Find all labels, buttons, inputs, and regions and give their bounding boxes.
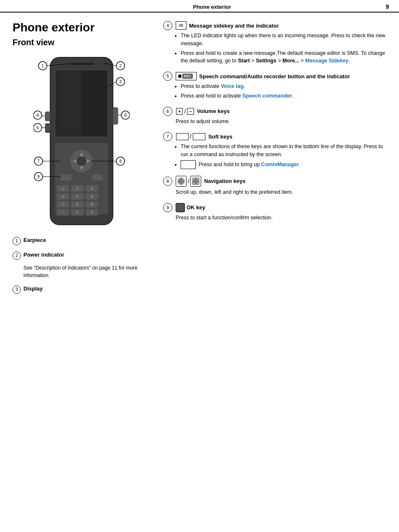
nav-icon-1 xyxy=(176,176,187,187)
item-8-title: Navigation keys xyxy=(204,178,246,184)
item-9-header: 9 OK key xyxy=(163,203,386,212)
phone-illustration: 1 2 3 4 5 6 7 8 9 * 0 # xyxy=(13,53,151,229)
item-5-title: Speech command/Audio recorder button and… xyxy=(199,73,350,80)
item-5-bullet-1: Press to activate Voice tag. xyxy=(181,82,386,90)
svg-text:0: 0 xyxy=(77,211,79,214)
svg-text:2: 2 xyxy=(77,187,79,190)
svg-rect-40 xyxy=(113,108,118,124)
soft-key-left-icon xyxy=(176,133,189,140)
svg-text:4: 4 xyxy=(62,195,64,198)
volume-plus-icon: + xyxy=(176,108,183,115)
item-6-desc: Press to adjust volume. xyxy=(176,118,386,126)
item-2: 2 Power indicator See "Description of in… xyxy=(13,251,151,279)
svg-text:6: 6 xyxy=(124,113,127,118)
svg-text:*: * xyxy=(62,211,63,214)
item-4-title: Message sidekey and the indicator xyxy=(189,23,279,29)
svg-text:7: 7 xyxy=(62,203,64,206)
item-7: 7 / Soft keys The current functions of t… xyxy=(163,132,386,169)
item-5-bullets: Press to activate Voice tag. Press and h… xyxy=(163,82,386,100)
item-5-num: 5 xyxy=(163,72,172,81)
item-8-num: 8 xyxy=(163,177,172,186)
svg-rect-78 xyxy=(177,205,183,211)
soft-key-right-icon xyxy=(193,133,205,140)
svg-text:5: 5 xyxy=(77,195,79,198)
item-7-title: Soft keys xyxy=(208,134,233,140)
item-9-desc: Press to start a function/confirm select… xyxy=(176,214,386,222)
page-header: Phone exterior 9 xyxy=(0,0,399,13)
volume-minus-icon: − xyxy=(187,108,194,115)
svg-text:8: 8 xyxy=(77,203,79,206)
item-2-num: 2 xyxy=(13,252,21,260)
item-6: 6 + / − Volume keys Press to adjust volu… xyxy=(163,107,386,126)
slash-8: / xyxy=(188,178,189,185)
svg-rect-2 xyxy=(56,71,81,136)
svg-text:3: 3 xyxy=(119,80,122,84)
ok-icon xyxy=(176,203,185,212)
item-8: 8 / xyxy=(163,176,386,196)
item-7-bullet-2: : Press and hold to bring up CommManager… xyxy=(181,160,386,169)
item-3-label: Display xyxy=(23,285,43,293)
rec-icon: REC xyxy=(176,72,197,80)
svg-rect-38 xyxy=(45,112,50,121)
svg-point-11 xyxy=(77,156,87,166)
svg-text:1: 1 xyxy=(41,64,44,68)
svg-text:4: 4 xyxy=(36,113,39,118)
item-4-num: 4 xyxy=(163,21,172,30)
item-9: 9 OK key Press to start a function/confi… xyxy=(163,203,386,222)
svg-text:9: 9 xyxy=(37,175,40,179)
item-2-desc: See "Description of indicators" on page … xyxy=(23,264,151,279)
page-number: 9 xyxy=(381,3,389,10)
item-3-num: 3 xyxy=(13,285,21,294)
item-6-title: Volume keys xyxy=(197,108,230,114)
item-9-num: 9 xyxy=(163,203,172,212)
item-4: 4 ✉ Message sidekey and the indicator Th… xyxy=(163,21,386,65)
svg-text:5: 5 xyxy=(36,126,39,130)
item-8-desc: Scroll up, down, left and right to the p… xyxy=(176,188,386,196)
item-7-bullets: The current functions of these keys are … xyxy=(163,143,386,169)
item-7-bullet-1: The current functions of these keys are … xyxy=(181,143,386,159)
svg-text:7: 7 xyxy=(37,159,40,164)
left-column: Phone exterior Front view xyxy=(0,13,159,308)
svg-rect-13 xyxy=(92,175,102,180)
svg-text:3: 3 xyxy=(91,187,93,190)
svg-rect-12 xyxy=(61,175,71,180)
main-content: Phone exterior Front view xyxy=(0,13,399,308)
svg-rect-3 xyxy=(69,62,94,65)
header-title: Phone exterior xyxy=(43,4,381,10)
section-title: Front view xyxy=(13,38,151,47)
item-2-label: Power indicator xyxy=(23,251,64,259)
right-column: 4 ✉ Message sidekey and the indicator Th… xyxy=(159,13,399,308)
slash-6: / xyxy=(184,108,186,115)
svg-text:1: 1 xyxy=(62,187,64,190)
message-icon: ✉ xyxy=(176,21,187,30)
item-8-header: 8 / xyxy=(163,176,386,187)
svg-rect-39 xyxy=(45,123,50,133)
item-9-title: OK key xyxy=(187,204,205,211)
item-4-header: 4 ✉ Message sidekey and the indicator xyxy=(163,21,386,30)
nav-icon-2 xyxy=(190,176,201,187)
item-1-label: Earpiece xyxy=(23,236,46,244)
page-title: Phone exterior xyxy=(13,21,151,34)
item-4-bullet-2: Press and hold to create a new message.T… xyxy=(181,49,386,65)
slash-7: / xyxy=(190,133,192,140)
item-6-num: 6 xyxy=(163,107,172,116)
svg-text:2: 2 xyxy=(119,64,122,68)
item-3: 3 Display xyxy=(13,285,151,294)
item-1: 1 Earpiece xyxy=(13,236,151,245)
svg-text:8: 8 xyxy=(119,159,122,164)
item-6-header: 6 + / − Volume keys xyxy=(163,107,386,116)
comm-mgr-icon xyxy=(181,160,196,169)
item-1-num: 1 xyxy=(13,237,21,245)
item-4-bullets: The LED indicator lights up when there i… xyxy=(163,32,386,65)
item-5-bullet-2: Press and hold to activate Speech comman… xyxy=(181,92,386,100)
item-4-bullet-1: The LED indicator lights up when there i… xyxy=(181,32,386,48)
svg-text:6: 6 xyxy=(91,195,93,198)
svg-text:#: # xyxy=(91,211,93,214)
item-5-header: 5 REC Speech command/Audio recorder butt… xyxy=(163,72,386,81)
phone-svg: 1 2 3 4 5 6 7 8 9 * 0 # xyxy=(33,53,130,229)
item-5: 5 REC Speech command/Audio recorder butt… xyxy=(163,72,386,100)
item-7-header: 7 / Soft keys xyxy=(163,132,386,141)
svg-text:9: 9 xyxy=(91,203,93,206)
item-7-num: 7 xyxy=(163,132,172,141)
